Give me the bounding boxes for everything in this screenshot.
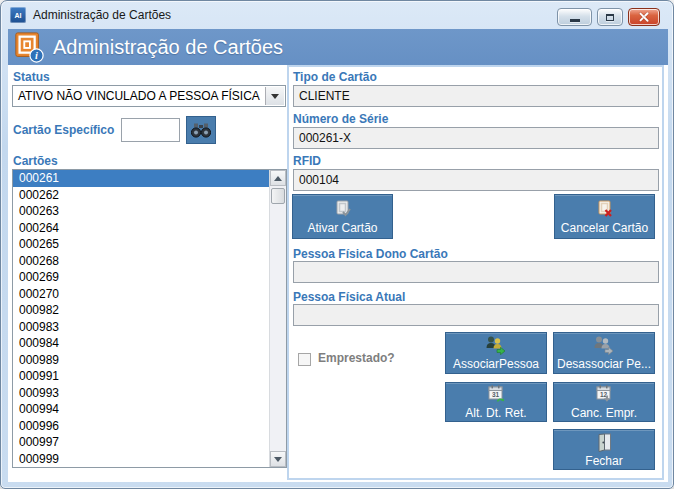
cards-admin-icon: i <box>13 31 45 63</box>
window-controls <box>557 8 660 26</box>
app-icon: AI <box>10 7 26 23</box>
page-title: Administração de Cartões <box>53 36 283 59</box>
list-item[interactable]: 000994 <box>13 401 269 418</box>
list-item[interactable]: 000265 <box>13 236 269 253</box>
content-area: Status ATIVO NÃO VINCULADO A PESSOA FÍSI… <box>8 65 668 482</box>
card-x-icon <box>595 199 615 219</box>
card-specific-input[interactable] <box>121 118 180 142</box>
list-item[interactable]: 000262 <box>13 187 269 204</box>
cancel-card-button[interactable]: Cancelar Cartão <box>554 194 655 239</box>
alter-return-date-button[interactable]: 31 Alt. Dt. Ret. <box>445 382 547 422</box>
associate-person-label: AssociarPessoa <box>453 357 539 371</box>
associate-person-button[interactable]: AssociarPessoa <box>445 332 547 374</box>
list-item[interactable]: 000269 <box>13 269 269 286</box>
close-form-button[interactable]: Fechar <box>553 429 655 470</box>
calendar-down-icon: 12 <box>594 384 614 404</box>
calendar-refresh-icon: 31 <box>486 384 506 404</box>
disassociate-person-button[interactable]: Desassociar Pe... <box>553 332 655 374</box>
card-check-icon <box>333 199 353 219</box>
borrowed-checkbox[interactable] <box>298 353 311 366</box>
list-item[interactable]: 000991 <box>13 368 269 385</box>
status-value: ATIVO NÃO VINCULADO A PESSOA FÍSICA <box>18 89 260 103</box>
current-person-label: Pessoa Física Atual <box>293 290 405 304</box>
alter-return-date-label: Alt. Dt. Ret. <box>465 406 526 420</box>
close-window-button[interactable] <box>628 8 660 26</box>
arrow-up-icon <box>274 176 282 181</box>
minimize-button[interactable] <box>557 8 592 26</box>
door-exit-icon <box>594 432 614 452</box>
restore-button[interactable] <box>597 8 623 26</box>
scroll-thumb[interactable] <box>271 188 285 204</box>
list-item[interactable]: 000261 <box>13 170 269 187</box>
borrowed-label: Emprestado? <box>318 351 395 365</box>
current-person-field <box>293 304 659 326</box>
owner-label: Pessoa Física Dono Cartão <box>293 247 448 261</box>
search-card-button[interactable] <box>186 116 216 144</box>
binoculars-icon <box>191 122 211 139</box>
rfid-label: RFID <box>293 154 321 168</box>
chevron-down-icon <box>271 94 279 99</box>
serial-field: 000261-X <box>293 127 659 149</box>
disassociate-person-label: Desassociar Pe... <box>557 357 651 371</box>
card-type-label: Tipo de Cartão <box>293 70 377 84</box>
owner-field <box>293 261 659 283</box>
cancel-loan-button[interactable]: 12 Canc. Empr. <box>553 382 655 422</box>
list-item[interactable]: 000982 <box>13 302 269 319</box>
scroll-down-button[interactable] <box>270 451 286 467</box>
cancel-loan-label: Canc. Empr. <box>571 406 637 420</box>
close-form-label: Fechar <box>585 454 622 468</box>
restore-icon <box>606 14 614 21</box>
serial-label: Número de Série <box>293 112 388 126</box>
titlebar[interactable]: AI Administração de Cartões <box>1 1 674 29</box>
svg-text:31: 31 <box>492 391 500 398</box>
list-item[interactable]: 000263 <box>13 203 269 220</box>
cards-listbox[interactable]: 0002610002620002630002640002650002680002… <box>12 169 287 468</box>
card-type-field: CLIENTE <box>293 85 659 107</box>
page-header: i Administração de Cartões <box>8 29 668 65</box>
status-label: Status <box>13 70 50 84</box>
close-icon <box>639 12 649 22</box>
activate-card-button[interactable]: Ativar Cartão <box>292 194 393 239</box>
status-dropdown[interactable]: ATIVO NÃO VINCULADO A PESSOA FÍSICA <box>12 85 286 107</box>
cards-list-items: 0002610002620002630002640002650002680002… <box>13 170 269 467</box>
cards-scrollbar[interactable] <box>269 170 286 467</box>
status-dropdown-button[interactable] <box>265 87 284 105</box>
list-item[interactable]: 000996 <box>13 418 269 435</box>
rfid-field: 000104 <box>293 169 659 191</box>
arrow-down-icon <box>274 457 282 462</box>
list-item[interactable]: 000999 <box>13 451 269 468</box>
list-item[interactable]: 000983 <box>13 319 269 336</box>
list-item[interactable]: 000993 <box>13 385 269 402</box>
scroll-up-button[interactable] <box>270 170 286 186</box>
window-title: Administração de Cartões <box>33 8 171 22</box>
list-item[interactable]: 000270 <box>13 286 269 303</box>
minimize-icon <box>570 19 580 22</box>
list-item[interactable]: 000984 <box>13 335 269 352</box>
app-window: AI Administração de Cartões i Administra… <box>0 0 674 489</box>
list-item[interactable]: 000268 <box>13 253 269 270</box>
svg-text:i: i <box>35 50 38 61</box>
card-specific-label: Cartão Específico <box>13 123 114 137</box>
activate-card-label: Ativar Cartão <box>307 221 377 235</box>
list-item[interactable]: 000997 <box>13 434 269 451</box>
cards-list-label: Cartões <box>13 154 58 168</box>
person-remove-icon <box>593 335 615 355</box>
list-item[interactable]: 000264 <box>13 220 269 237</box>
cancel-card-label: Cancelar Cartão <box>561 221 648 235</box>
list-item[interactable]: 000989 <box>13 352 269 369</box>
person-add-icon <box>485 335 507 355</box>
